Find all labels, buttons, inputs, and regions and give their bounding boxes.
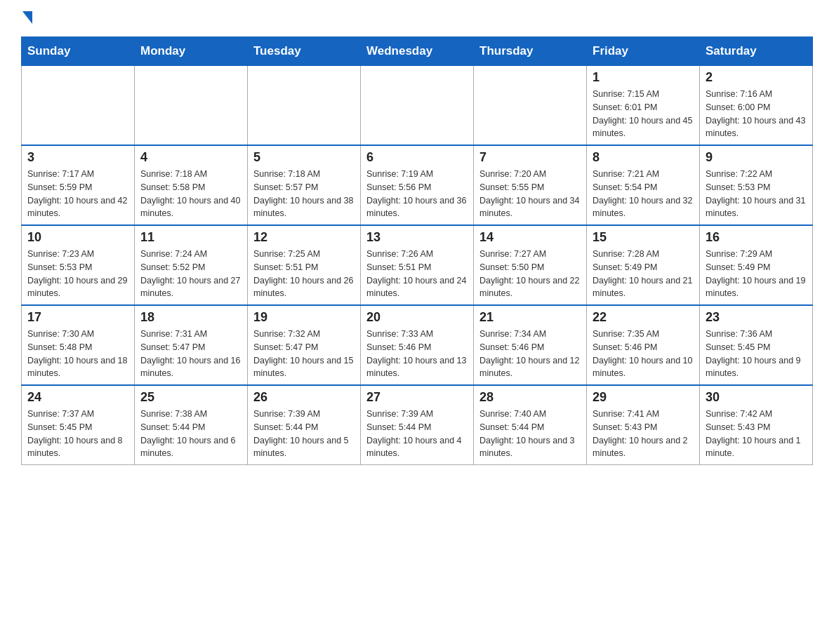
calendar-day-cell: 29Sunrise: 7:41 AMSunset: 5:43 PMDayligh… xyxy=(587,385,700,465)
day-of-week-header: Thursday xyxy=(474,37,587,66)
calendar-week-row: 17Sunrise: 7:30 AMSunset: 5:48 PMDayligh… xyxy=(22,305,813,385)
day-info: Sunrise: 7:34 AMSunset: 5:46 PMDaylight:… xyxy=(479,328,581,380)
day-of-week-header: Friday xyxy=(587,37,700,66)
day-number: 22 xyxy=(593,310,694,325)
day-number: 18 xyxy=(140,310,241,325)
day-info: Sunrise: 7:29 AMSunset: 5:49 PMDaylight:… xyxy=(706,248,807,300)
day-number: 2 xyxy=(706,70,807,85)
day-number: 29 xyxy=(593,390,694,405)
day-of-week-header: Tuesday xyxy=(248,37,361,66)
calendar-day-cell: 14Sunrise: 7:27 AMSunset: 5:50 PMDayligh… xyxy=(474,225,587,305)
day-number: 27 xyxy=(366,390,468,405)
day-number: 14 xyxy=(479,230,581,245)
day-number: 26 xyxy=(253,390,355,405)
day-number: 23 xyxy=(706,310,807,325)
calendar-day-cell: 7Sunrise: 7:20 AMSunset: 5:55 PMDaylight… xyxy=(474,145,587,225)
day-number: 7 xyxy=(479,150,581,165)
calendar-day-cell: 6Sunrise: 7:19 AMSunset: 5:56 PMDaylight… xyxy=(361,145,474,225)
page-header xyxy=(21,14,813,24)
day-number: 10 xyxy=(27,230,128,245)
day-number: 6 xyxy=(366,150,468,165)
day-info: Sunrise: 7:26 AMSunset: 5:51 PMDaylight:… xyxy=(366,248,468,300)
calendar-day-cell xyxy=(135,66,248,146)
day-info: Sunrise: 7:37 AMSunset: 5:45 PMDaylight:… xyxy=(27,408,128,460)
calendar-day-cell xyxy=(22,66,135,146)
day-info: Sunrise: 7:40 AMSunset: 5:44 PMDaylight:… xyxy=(479,408,581,460)
day-info: Sunrise: 7:17 AMSunset: 5:59 PMDaylight:… xyxy=(27,168,128,220)
logo xyxy=(21,14,32,24)
calendar-day-cell: 11Sunrise: 7:24 AMSunset: 5:52 PMDayligh… xyxy=(135,225,248,305)
day-number: 15 xyxy=(593,230,694,245)
day-info: Sunrise: 7:16 AMSunset: 6:00 PMDaylight:… xyxy=(706,88,807,140)
calendar-day-cell: 9Sunrise: 7:22 AMSunset: 5:53 PMDaylight… xyxy=(700,145,813,225)
calendar-day-cell: 12Sunrise: 7:25 AMSunset: 5:51 PMDayligh… xyxy=(248,225,361,305)
calendar-day-cell: 27Sunrise: 7:39 AMSunset: 5:44 PMDayligh… xyxy=(361,385,474,465)
calendar-week-row: 24Sunrise: 7:37 AMSunset: 5:45 PMDayligh… xyxy=(22,385,813,465)
calendar-day-cell: 2Sunrise: 7:16 AMSunset: 6:00 PMDaylight… xyxy=(700,66,813,146)
calendar-day-cell: 17Sunrise: 7:30 AMSunset: 5:48 PMDayligh… xyxy=(22,305,135,385)
calendar-day-cell: 4Sunrise: 7:18 AMSunset: 5:58 PMDaylight… xyxy=(135,145,248,225)
day-number: 4 xyxy=(140,150,241,165)
calendar-day-cell: 25Sunrise: 7:38 AMSunset: 5:44 PMDayligh… xyxy=(135,385,248,465)
calendar-week-row: 3Sunrise: 7:17 AMSunset: 5:59 PMDaylight… xyxy=(22,145,813,225)
calendar-day-cell: 8Sunrise: 7:21 AMSunset: 5:54 PMDaylight… xyxy=(587,145,700,225)
calendar-day-cell xyxy=(474,66,587,146)
day-info: Sunrise: 7:33 AMSunset: 5:46 PMDaylight:… xyxy=(366,328,468,380)
calendar-day-cell: 15Sunrise: 7:28 AMSunset: 5:49 PMDayligh… xyxy=(587,225,700,305)
day-number: 21 xyxy=(479,310,581,325)
day-number: 5 xyxy=(253,150,355,165)
day-number: 28 xyxy=(479,390,581,405)
calendar-day-cell: 24Sunrise: 7:37 AMSunset: 5:45 PMDayligh… xyxy=(22,385,135,465)
day-info: Sunrise: 7:42 AMSunset: 5:43 PMDaylight:… xyxy=(706,408,807,460)
calendar-day-cell: 19Sunrise: 7:32 AMSunset: 5:47 PMDayligh… xyxy=(248,305,361,385)
calendar-day-cell: 20Sunrise: 7:33 AMSunset: 5:46 PMDayligh… xyxy=(361,305,474,385)
calendar-day-cell: 1Sunrise: 7:15 AMSunset: 6:01 PMDaylight… xyxy=(587,66,700,146)
calendar-day-cell: 23Sunrise: 7:36 AMSunset: 5:45 PMDayligh… xyxy=(700,305,813,385)
calendar-day-cell: 18Sunrise: 7:31 AMSunset: 5:47 PMDayligh… xyxy=(135,305,248,385)
day-number: 17 xyxy=(27,310,128,325)
day-info: Sunrise: 7:18 AMSunset: 5:57 PMDaylight:… xyxy=(253,168,355,220)
calendar-day-cell: 28Sunrise: 7:40 AMSunset: 5:44 PMDayligh… xyxy=(474,385,587,465)
day-info: Sunrise: 7:25 AMSunset: 5:51 PMDaylight:… xyxy=(253,248,355,300)
day-of-week-header: Saturday xyxy=(700,37,813,66)
calendar-day-cell: 16Sunrise: 7:29 AMSunset: 5:49 PMDayligh… xyxy=(700,225,813,305)
day-number: 11 xyxy=(140,230,241,245)
calendar-day-cell: 30Sunrise: 7:42 AMSunset: 5:43 PMDayligh… xyxy=(700,385,813,465)
calendar-day-cell: 26Sunrise: 7:39 AMSunset: 5:44 PMDayligh… xyxy=(248,385,361,465)
day-number: 8 xyxy=(593,150,694,165)
day-number: 16 xyxy=(706,230,807,245)
day-number: 20 xyxy=(366,310,468,325)
day-number: 9 xyxy=(706,150,807,165)
day-info: Sunrise: 7:20 AMSunset: 5:55 PMDaylight:… xyxy=(479,168,581,220)
day-number: 25 xyxy=(140,390,241,405)
day-info: Sunrise: 7:23 AMSunset: 5:53 PMDaylight:… xyxy=(27,248,128,300)
day-info: Sunrise: 7:15 AMSunset: 6:01 PMDaylight:… xyxy=(593,88,694,140)
day-info: Sunrise: 7:27 AMSunset: 5:50 PMDaylight:… xyxy=(479,248,581,300)
calendar-header-row: SundayMondayTuesdayWednesdayThursdayFrid… xyxy=(22,37,813,66)
day-number: 30 xyxy=(706,390,807,405)
day-of-week-header: Monday xyxy=(135,37,248,66)
day-number: 19 xyxy=(253,310,355,325)
calendar-week-row: 1Sunrise: 7:15 AMSunset: 6:01 PMDaylight… xyxy=(22,66,813,146)
day-number: 12 xyxy=(253,230,355,245)
day-info: Sunrise: 7:39 AMSunset: 5:44 PMDaylight:… xyxy=(253,408,355,460)
day-number: 24 xyxy=(27,390,128,405)
day-of-week-header: Wednesday xyxy=(361,37,474,66)
day-info: Sunrise: 7:38 AMSunset: 5:44 PMDaylight:… xyxy=(140,408,241,460)
day-info: Sunrise: 7:21 AMSunset: 5:54 PMDaylight:… xyxy=(593,168,694,220)
day-info: Sunrise: 7:24 AMSunset: 5:52 PMDaylight:… xyxy=(140,248,241,300)
day-info: Sunrise: 7:30 AMSunset: 5:48 PMDaylight:… xyxy=(27,328,128,380)
calendar-day-cell: 22Sunrise: 7:35 AMSunset: 5:46 PMDayligh… xyxy=(587,305,700,385)
day-info: Sunrise: 7:22 AMSunset: 5:53 PMDaylight:… xyxy=(706,168,807,220)
calendar-day-cell: 13Sunrise: 7:26 AMSunset: 5:51 PMDayligh… xyxy=(361,225,474,305)
day-info: Sunrise: 7:39 AMSunset: 5:44 PMDaylight:… xyxy=(366,408,468,460)
day-number: 1 xyxy=(593,70,694,85)
day-info: Sunrise: 7:18 AMSunset: 5:58 PMDaylight:… xyxy=(140,168,241,220)
calendar-day-cell xyxy=(361,66,474,146)
day-of-week-header: Sunday xyxy=(22,37,135,66)
day-info: Sunrise: 7:35 AMSunset: 5:46 PMDaylight:… xyxy=(593,328,694,380)
day-info: Sunrise: 7:31 AMSunset: 5:47 PMDaylight:… xyxy=(140,328,241,380)
calendar-day-cell: 10Sunrise: 7:23 AMSunset: 5:53 PMDayligh… xyxy=(22,225,135,305)
day-info: Sunrise: 7:19 AMSunset: 5:56 PMDaylight:… xyxy=(366,168,468,220)
day-info: Sunrise: 7:41 AMSunset: 5:43 PMDaylight:… xyxy=(593,408,694,460)
